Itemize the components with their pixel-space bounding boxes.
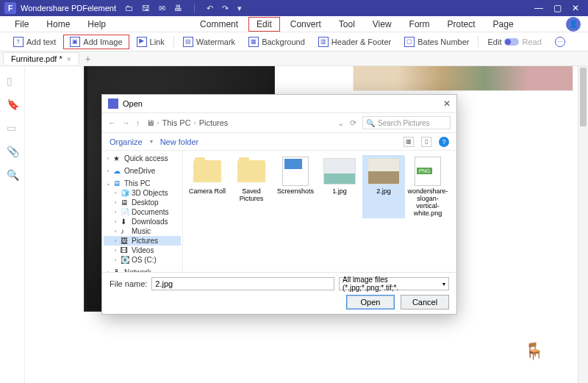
print-icon[interactable]: 🖶 [174,4,182,13]
menu-tool[interactable]: Tool [331,18,362,31]
scrollbar-thumb[interactable] [580,68,587,126]
tree-downloads[interactable]: ›⬇Downloads [104,217,181,226]
chevron-down-icon[interactable]: ▾ [150,138,153,145]
menu-help[interactable]: Help [80,18,113,31]
undo-icon[interactable]: ↶ [207,4,213,13]
menu-edit[interactable]: Edit [248,17,280,32]
add-text-label: Add text [26,37,56,46]
file-filter-select[interactable]: All image files (*.jpg;*.png;*.tif;*.▾ [339,277,449,290]
more-icon: ⋯ [555,37,565,47]
nav-back-icon[interactable]: ← [108,118,116,127]
tab-add-button[interactable]: + [79,53,97,65]
tab-label: Furniture.pdf * [11,54,62,63]
tree-music[interactable]: ›♪Music [104,226,181,236]
tree-onedrive[interactable]: ›☁OneDrive [104,166,181,176]
maximize-icon[interactable]: ▢ [553,3,562,13]
close-icon[interactable]: ✕ [572,3,579,13]
tree-documents[interactable]: ›📄Documents [104,207,181,217]
file-1jpg[interactable]: 1.jpg [318,155,361,218]
tab-furniture[interactable]: Furniture.pdf * × [3,52,79,65]
tree-quick-access[interactable]: ›★Quick access [104,154,181,163]
bookmarks-icon[interactable]: 🔖 [7,99,18,110]
watermark-button[interactable]: ▤Watermark [177,35,241,49]
titlebar: F Wondershare PDFelement 🗀 🖫 ✉ 🖶 ↶ ↷ ▾ —… [0,0,588,16]
nav-forward-icon[interactable]: → [122,118,130,127]
search-placeholder: Search Pictures [378,119,430,127]
file-2jpg[interactable]: 2.jpg [362,155,405,218]
edit-label: Edit [487,37,501,46]
help-icon[interactable]: ? [439,137,449,147]
dialog-footer: File name: All image files (*.jpg;*.png;… [102,272,456,314]
search-icon[interactable]: 🔍 [7,169,18,181]
tree-videos[interactable]: ›🎞Videos [104,246,181,255]
chevron-icon: › [157,119,159,126]
header-footer-button[interactable]: ▥Header & Footer [312,35,397,49]
tree-3d-objects[interactable]: ›🧊3D Objects [104,188,181,198]
dialog-search-input[interactable]: 🔍 Search Pictures [362,116,451,129]
user-avatar[interactable]: 👤 [566,17,581,32]
separator [173,36,174,48]
document-tabs: Furniture.pdf * × + [0,51,588,66]
open-button[interactable]: Open [346,295,395,309]
tab-close-icon[interactable]: × [67,55,71,63]
add-image-button[interactable]: ▣Add Image [63,35,129,49]
minimize-icon[interactable]: — [534,3,543,13]
view-mode-icon[interactable]: ▦ [404,137,414,147]
menu-convert[interactable]: Convert [283,18,329,31]
preview-pane-icon[interactable]: ▯ [421,137,431,147]
crumb-thispc[interactable]: This PC [162,118,191,127]
layers-icon[interactable]: ▭ [7,122,18,134]
breadcrumb[interactable]: 🖥 › This PC › Pictures [146,118,229,127]
file-screenshots[interactable]: Screenshots [274,155,317,218]
filename-input[interactable] [151,277,334,290]
tree-pictures[interactable]: ›🖼Pictures [104,236,181,246]
background-icon: ▦ [248,37,259,47]
redo-icon[interactable]: ↷ [222,4,229,13]
text-icon: T [13,37,24,47]
bates-icon: ▢ [404,37,415,47]
new-folder-button[interactable]: New folder [160,137,199,146]
dialog-title: Open [123,99,143,108]
menu-comment[interactable]: Comment [193,18,245,31]
tree-os-c[interactable]: ›💽OS (C:) [104,255,181,265]
vertical-scrollbar[interactable] [578,66,588,383]
crumb-pictures[interactable]: Pictures [199,118,229,127]
add-text-button[interactable]: TAdd text [7,35,62,49]
chevron-down-icon: ▾ [442,281,445,287]
file-saved-pictures[interactable]: Saved Pictures [230,155,273,218]
mail-icon[interactable]: ✉ [159,4,165,13]
save-icon[interactable]: 🖫 [142,4,150,13]
filename-label: File name: [110,279,147,288]
crumb-dropdown-icon[interactable]: ⌄ [337,118,344,128]
dropdown-icon[interactable]: ▾ [237,4,242,13]
bates-label: Bates Number [417,37,469,46]
link-label: Link [150,37,165,46]
background-button[interactable]: ▦Background [243,35,311,49]
png-file-icon: PNG [415,157,441,186]
file-wondershare-png[interactable]: PNGwondershare-slogan-vertical-white.png [406,155,449,218]
menu-page[interactable]: Page [486,18,521,31]
dialog-titlebar: Open ✕ [102,95,456,112]
bates-button[interactable]: ▢Bates Number [398,35,475,49]
organize-button[interactable]: Organize [110,137,143,146]
link-button[interactable]: ⯈Link [131,35,171,49]
refresh-icon[interactable]: ⟳ [350,118,356,128]
menubar: File Home Help Comment Edit Convert Tool… [0,16,588,32]
dialog-close-icon[interactable]: ✕ [443,99,451,109]
nav-up-icon[interactable]: ↑ [136,118,140,127]
menu-view[interactable]: View [365,18,399,31]
menu-home[interactable]: Home [39,18,77,31]
thumbnails-icon[interactable]: ▯ [7,75,18,87]
file-camera-roll[interactable]: Camera Roll [186,155,229,218]
edit-toggle[interactable]: EditRead [481,36,547,48]
attachments-icon[interactable]: 📎 [7,146,18,157]
menu-form[interactable]: Form [402,18,437,31]
cancel-button[interactable]: Cancel [401,295,449,309]
menu-file[interactable]: File [7,18,36,31]
folder-icon[interactable]: 🗀 [125,4,133,13]
tree-this-pc[interactable]: ⌄🖥This PC [104,179,181,188]
more-button[interactable]: ⋯ [549,35,571,49]
tree-desktop[interactable]: ›🖥Desktop [104,198,181,207]
page-image-strip [353,66,573,91]
menu-protect[interactable]: Protect [440,18,483,31]
